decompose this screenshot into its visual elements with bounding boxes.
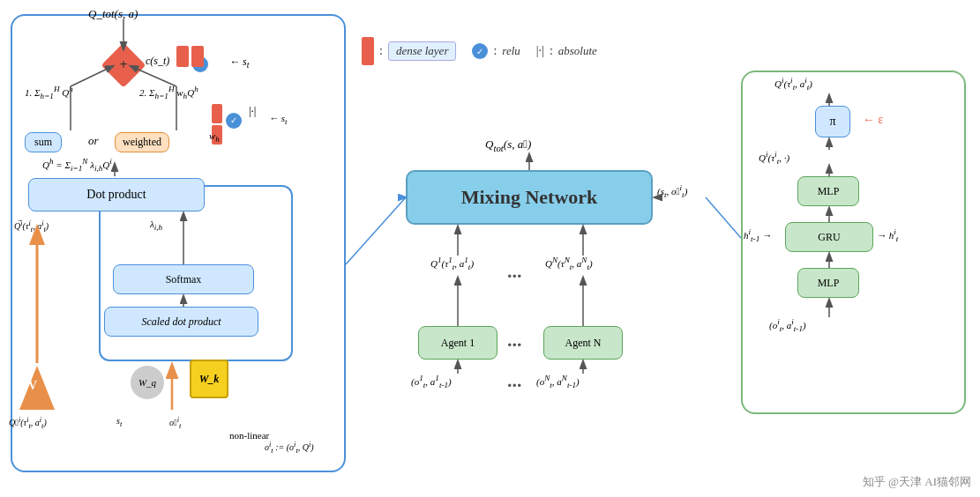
or-text: or: [88, 134, 99, 148]
mlp-bottom-node: MLP: [797, 268, 859, 298]
obs1-label: (o1t, a1t-1): [411, 374, 452, 389]
ellipsis-agents: ···: [507, 333, 522, 356]
lambda-label: λi,h: [150, 219, 162, 232]
sum-formula: 1. Σh=1H Qh: [25, 85, 73, 100]
legend-absolute: |·| : absolute: [536, 44, 597, 58]
diagram-container: : dense layer ✓ : relu |·| : absolute Q_…: [0, 0, 980, 497]
wq-node: W_q: [131, 366, 164, 399]
legend-colon3: :: [550, 44, 553, 58]
st-top-label: ← st: [229, 56, 249, 70]
relu-check-2: ✓: [226, 111, 242, 129]
svg-line-22: [346, 197, 406, 264]
dense-layer-label: dense layer: [388, 41, 457, 61]
st-arrow-label: ← st: [269, 113, 288, 126]
abs-label: absolute: [558, 44, 597, 58]
mixing-network-node: Mixing Network: [406, 170, 653, 225]
abs-symbol: |·|: [249, 104, 256, 118]
weighted-box: weighted: [115, 132, 169, 152]
check-icon-2: ✓: [226, 113, 242, 129]
q1-label: Q1(τ1t, a1t): [430, 256, 474, 271]
legend-dense: : dense layer: [362, 37, 456, 65]
wk-node: W_k: [190, 360, 228, 398]
c-st-label: c(s_t): [146, 55, 169, 68]
qn-label: QN(τNt, aNt): [545, 256, 593, 271]
h-prev-label: hit-1 →: [744, 227, 772, 243]
dense-bar-2: [191, 46, 204, 67]
dense-bars-top: [176, 46, 204, 67]
h-next-label: → hit: [877, 227, 898, 243]
pi-node: π: [815, 106, 850, 137]
legend: : dense layer ✓ : relu |·| : absolute: [362, 37, 597, 65]
mlp-top-node: MLP: [797, 176, 859, 206]
st-ot-label: (st, o⃗it): [657, 183, 687, 199]
qtot-label: Q_tot(s, a): [88, 7, 138, 21]
obs-right-label: (oit, ait-1): [769, 317, 806, 333]
relu-icon: ✓: [472, 43, 488, 59]
plus-diamond: +: [108, 49, 139, 81]
agent1-node: Agent 1: [418, 326, 497, 360]
dot-product-node: Dot product: [28, 178, 205, 211]
agentN-node: Agent N: [543, 326, 623, 360]
gru-node: GRU: [785, 222, 873, 252]
ellipsis-obs: ···: [507, 374, 522, 397]
q-right-label: Qi(τit, ait): [774, 76, 812, 92]
q-vec-bottom: Q⃗i(τit, ait): [9, 416, 47, 430]
wh-label: wh: [209, 130, 220, 144]
legend-colon1: :: [379, 44, 383, 58]
ot-formula: oit := (oit, Qi): [265, 441, 314, 455]
ellipsis-q: ···: [507, 264, 522, 287]
weighted-formula: 2. Σh=1H whQh: [139, 85, 198, 100]
sum-box: sum: [25, 132, 62, 152]
q-arrow-label: Q⃗i(τit, ait): [14, 219, 49, 234]
svg-line-24: [706, 197, 741, 238]
plus-symbol: +: [119, 57, 127, 73]
obsN-label: (oNt, aNt-1): [536, 374, 580, 389]
dense-bar-wh-1: [212, 104, 222, 123]
ot-bottom: o⃗it: [169, 416, 181, 430]
q-dot-label: Qi(τit, ·): [759, 150, 789, 166]
dense-icon: [362, 37, 374, 65]
nonlinear-label: non-linear: [229, 430, 269, 441]
qtot-mixing: Qtot(s, a⃗): [485, 137, 531, 153]
dense-bar-1: [176, 46, 189, 67]
watermark: 知乎 @天津 AI猫邻网: [863, 474, 971, 490]
v-node: V: [19, 366, 55, 410]
scaled-dot-node: Scaled dot product: [104, 307, 258, 337]
softmax-node: Softmax: [113, 264, 254, 294]
epsilon-label: ← ε: [863, 113, 883, 127]
sum-node: sum: [25, 132, 62, 152]
v-label: V: [28, 379, 37, 393]
qh-formula: Qh = Σi=1N λi,hQi: [42, 157, 112, 173]
relu-label: relu: [502, 44, 520, 58]
legend-colon2: :: [493, 44, 497, 58]
st-bottom: st: [116, 416, 122, 428]
legend-relu: ✓ : relu: [472, 43, 520, 59]
abs-symbol-legend: |·|: [536, 44, 544, 58]
weighted-node: weighted: [115, 132, 169, 152]
